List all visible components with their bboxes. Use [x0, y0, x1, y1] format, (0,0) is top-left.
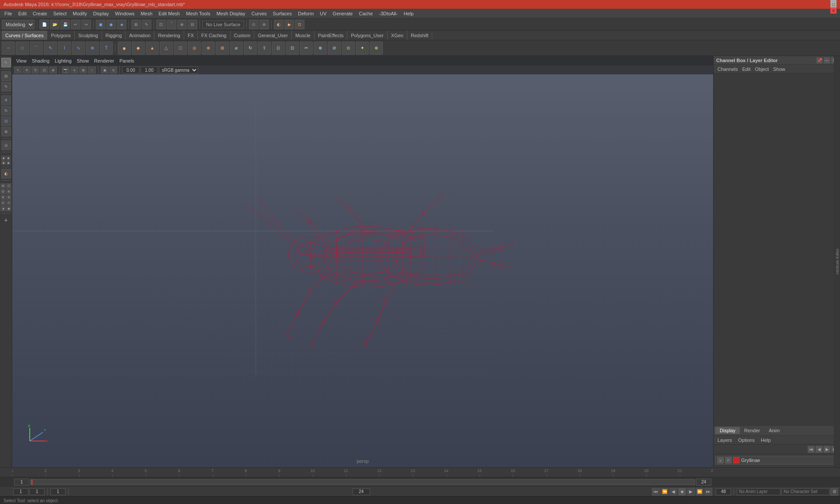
shelf-icon-stitch[interactable]: ⊗	[314, 42, 327, 55]
tab-display[interactable]: Display	[715, 427, 740, 434]
menu-display[interactable]: Display	[91, 10, 112, 17]
vp-wire-btn[interactable]: ⊞	[79, 66, 87, 74]
ipr-btn[interactable]: ⊡	[295, 20, 304, 29]
menu-mesh-display[interactable]: Mesh Display	[214, 10, 248, 17]
shelf-tab-sculpting[interactable]: Sculpting	[75, 31, 102, 40]
shelf-icon-revolve[interactable]: ↻	[244, 42, 257, 55]
menu-windows[interactable]: Windows	[112, 10, 137, 17]
display-mode-1-btn[interactable]: ■	[1, 156, 6, 160]
undo-btn[interactable]: ↩	[71, 20, 80, 29]
rotate-tool-btn[interactable]: ↻	[1, 106, 11, 116]
shelf-icon-pen[interactable]: ✎	[44, 42, 57, 55]
timeline-range-slider[interactable]	[30, 479, 695, 485]
shelf-icon-cylinder[interactable]: ▲	[146, 42, 159, 55]
tool-d1[interactable]: ⊘	[0, 200, 6, 206]
layer-p-btn[interactable]: P	[725, 457, 732, 463]
shelf-icon-helix[interactable]: ⊛	[86, 42, 99, 55]
layer-ctrl-3[interactable]: ▶	[823, 446, 830, 453]
cb-pin-btn[interactable]: 📌	[816, 57, 822, 63]
pb-stop[interactable]: ■	[678, 488, 686, 496]
shelf-icon-nurbs2[interactable]: ⊞	[216, 42, 229, 55]
render-preview-btn[interactable]: ◐	[1, 169, 11, 178]
shelf-icon-torus[interactable]: ◎	[188, 42, 201, 55]
shelf-tab-paint-effects[interactable]: PaintEffects	[315, 31, 348, 40]
shelf-tab-animation[interactable]: Animation	[126, 31, 154, 40]
paint-tool-btn[interactable]: ✎	[1, 82, 11, 91]
layer-v-btn[interactable]: V	[718, 457, 724, 463]
render-settings-btn[interactable]: ◐	[274, 20, 284, 29]
menu-generate[interactable]: Generate	[330, 10, 355, 17]
move-tool-btn[interactable]: ✛	[1, 95, 11, 105]
tool-b2[interactable]: ⊕	[6, 189, 11, 194]
tool-c1[interactable]: ⊗	[0, 195, 6, 200]
cb-menu-show[interactable]: Show	[771, 66, 788, 73]
range-end-field[interactable]: 24	[696, 479, 711, 486]
render-btn[interactable]: ▶	[284, 20, 294, 29]
menu-create[interactable]: Create	[30, 10, 50, 17]
tool-b1[interactable]: ⊟	[0, 189, 6, 194]
tab-anim[interactable]: Anim	[764, 427, 784, 434]
select-by-comp-btn[interactable]: ◈	[117, 20, 126, 29]
layers-menu-layers[interactable]: Layers	[715, 437, 734, 444]
menu-surfaces[interactable]: Surfaces	[270, 10, 294, 17]
menu-help[interactable]: Help	[401, 10, 416, 17]
viewport[interactable]: View Shading Lighting Show Renderer Pane…	[12, 56, 713, 467]
shelf-icon-cube[interactable]: ◆	[132, 42, 145, 55]
vp-menu-renderer[interactable]: Renderer	[92, 57, 116, 64]
menu-edit-mesh[interactable]: Edit Mesh	[156, 10, 182, 17]
shelf-icon-offset[interactable]: ⊛	[370, 42, 383, 55]
vp-move-btn[interactable]: ✛	[23, 66, 31, 74]
pb-goto-start[interactable]: ⏮	[652, 488, 660, 496]
menu-uv[interactable]: UV	[317, 10, 329, 17]
shelf-tab-curves-surfaces[interactable]: Curves / Surfaces	[2, 31, 47, 40]
shelf-icon-extrude[interactable]: ⇧	[258, 42, 271, 55]
open-file-btn[interactable]: 📂	[50, 20, 60, 29]
vp-menu-lighting[interactable]: Lighting	[52, 57, 74, 64]
plus-btn[interactable]: +	[1, 215, 11, 225]
vp-gamma-select[interactable]: sRGB gamma	[159, 66, 198, 74]
vp-smooth-btn[interactable]: ○	[88, 66, 96, 74]
vp-camera-btn[interactable]: 📷	[62, 66, 70, 74]
input-output-btn[interactable]: ⊛	[259, 20, 269, 29]
tool-c2[interactable]: ⊛	[6, 195, 11, 200]
select-by-obj-btn[interactable]: ◉	[106, 20, 116, 29]
shelf-icon-nurbs1[interactable]: ⊕	[202, 42, 215, 55]
pb-loop-start-field[interactable]	[50, 488, 66, 495]
pb-goto-end[interactable]: ⏭	[704, 488, 712, 496]
vp-show-btn[interactable]: ⊙	[109, 66, 117, 74]
pb-play-fwd[interactable]: ▶	[687, 488, 695, 496]
shelf-tab-fx[interactable]: FX	[184, 31, 198, 40]
pb-step-back[interactable]: ⏪	[661, 488, 668, 496]
tool-a1[interactable]: ⊞	[0, 183, 6, 189]
vp-field-2[interactable]: 1.00	[140, 66, 158, 74]
pb-settings-btn[interactable]: ⚙	[830, 488, 838, 496]
shelf-icon-bezier[interactable]: ⌇	[58, 42, 71, 55]
pb-end-frame-field[interactable]: 48	[716, 488, 731, 495]
timeline-numbers[interactable]: 12345678910111213141516171819202122	[12, 468, 713, 477]
cb-menu-object[interactable]: Object	[752, 66, 771, 73]
lasso-btn[interactable]: ⊞	[131, 20, 141, 29]
tool-e1[interactable]: ◈	[0, 206, 6, 211]
menu-3dto[interactable]: -3DtoAll-	[376, 10, 400, 17]
shelf-tab-custom[interactable]: Custom	[231, 31, 255, 40]
shelf-icon-text[interactable]: T	[100, 42, 113, 55]
shelf-icon-trim[interactable]: ✂	[300, 42, 313, 55]
shelf-icon-loft[interactable]: ⌀	[230, 42, 243, 55]
shelf-icon-intersect[interactable]: ✦	[356, 42, 369, 55]
layers-menu-help[interactable]: Help	[759, 437, 773, 444]
vp-menu-shading[interactable]: Shading	[30, 57, 52, 64]
pb-center-field[interactable]	[353, 488, 370, 495]
shelf-tab-general-user[interactable]: General_User	[254, 31, 291, 40]
new-file-btn[interactable]: 📄	[39, 20, 49, 29]
display-mode-2-btn[interactable]: ■	[6, 156, 10, 160]
redo-btn[interactable]: ↪	[81, 20, 91, 29]
shelf-icon-birail[interactable]: ⟨⟩	[272, 42, 285, 55]
vp-menu-view[interactable]: View	[14, 57, 29, 64]
snap-view-btn[interactable]: ⊟	[188, 20, 197, 29]
layers-menu-options[interactable]: Options	[736, 437, 757, 444]
cb-menu-channels[interactable]: Channels	[715, 66, 740, 73]
pb-play-back[interactable]: ◀	[669, 488, 677, 496]
shelf-icon-square[interactable]: □	[16, 42, 29, 55]
shelf-tab-polygons-user[interactable]: Polygons_User	[347, 31, 388, 40]
menu-mesh[interactable]: Mesh	[138, 10, 155, 17]
